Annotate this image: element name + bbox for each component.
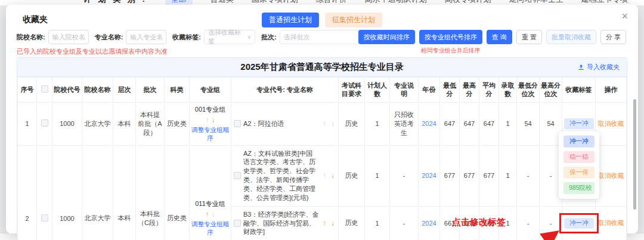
favorites-table: 序号院校代号院校名称层次批次科类专业组专业代号: 专业名称考试科目要求计划人数专…: [17, 77, 627, 240]
min-rank-cell: -: [517, 145, 540, 206]
major-name-cell: A2：阿拉伯语↑↓: [231, 102, 339, 145]
tag-option[interactable]: 985院校: [564, 182, 595, 194]
major-group-name: 011专业组: [191, 199, 229, 208]
tag-dropdown-menu: 冲一冲稳一稳保一保985院校: [559, 131, 599, 199]
major-name-text: B3：经济学类[经济学、金融学、国际经济与贸易、财政学]: [243, 210, 319, 237]
vertical-scrollbar-thumb[interactable]: [633, 99, 636, 210]
import-favorites-link[interactable]: 导入收藏夹: [578, 63, 620, 72]
plan-category-item[interactable]: 普通类: [210, 0, 234, 5]
plan-tabs: 普通招生计划 征集招生计划: [6, 13, 638, 27]
year-link[interactable]: 2024: [422, 172, 436, 179]
tag-option[interactable]: 稳一稳: [564, 151, 595, 163]
major-name-cell: AZ：文科试验班类[中国语言文学类、考古学、历史学类、哲学类、社会学类、法学、新…: [231, 145, 339, 206]
column-header: 年份: [419, 78, 440, 103]
tag-option[interactable]: 冲一冲: [564, 136, 595, 147]
reset-button[interactable]: 重 置: [516, 30, 542, 44]
move-down-icon[interactable]: ↓: [330, 119, 336, 128]
category-cell: 历史类: [165, 102, 190, 145]
min-rank-cell: 54: [517, 102, 540, 145]
level-cell: 本科: [113, 102, 136, 145]
major-note-cell: -: [390, 206, 419, 240]
major-name-label: 专业名称:: [95, 33, 123, 42]
move-up-icon[interactable]: ↑: [321, 119, 327, 128]
query-button[interactable]: 查 询: [487, 30, 512, 44]
plan-category-item[interactable]: 高校专项计划: [445, 0, 491, 5]
tag-option[interactable]: 保一保: [564, 167, 595, 179]
tag-select[interactable]: 选择收藏标签 ∨: [204, 30, 255, 44]
batch-cell: 本科批（C段）: [136, 145, 165, 240]
catalog-table-wrap: 2025年甘肃省普通高等学校招生专业目录 导入收藏夹 序号院校代号院校名称层次批…: [17, 57, 627, 240]
favorite-tag-pill[interactable]: 冲一冲: [564, 118, 594, 129]
column-header: [37, 78, 52, 103]
general-plan-button[interactable]: 普通招生计划: [262, 13, 319, 27]
admit-count-cell: 1: [499, 102, 517, 145]
header-checkbox[interactable]: [41, 85, 48, 93]
move-down-icon[interactable]: ↓: [330, 171, 336, 180]
adjust-group-order-link[interactable]: 调整专业组顺序: [191, 126, 229, 143]
import-notice: 已导入的院校专业组及专业以志愿填报表中内容为准: [17, 47, 168, 56]
column-header: 序号: [18, 78, 37, 103]
year-link[interactable]: 2024: [422, 220, 436, 227]
column-header: 院校代号: [52, 78, 82, 103]
share-button[interactable]: 分 享: [600, 30, 626, 44]
column-header: 最高分位次: [540, 78, 562, 103]
move-up-icon[interactable]: ↑: [321, 219, 327, 227]
column-header: 最低分: [440, 78, 460, 103]
major-checkbox[interactable]: [234, 172, 241, 179]
adjust-group-order-link[interactable]: 调整专业组顺序: [191, 220, 229, 237]
plan-category-item[interactable]: 综合评价: [316, 0, 347, 5]
min-score-cell: 677: [440, 145, 460, 206]
sequence-cell: 1: [18, 102, 37, 145]
move-down-icon[interactable]: ↓: [210, 116, 216, 124]
major-note-cell: 只招收英语考生: [390, 102, 419, 145]
major-group-name: 001专业组: [191, 105, 229, 114]
avg-score-cell: 677: [479, 145, 499, 206]
school-name-input[interactable]: [48, 30, 89, 44]
tag-select-placeholder: 选择收藏标签: [208, 28, 244, 46]
plan-category-item[interactable]: 国家专项计划: [252, 0, 298, 5]
admit-count-cell: 1: [499, 145, 517, 206]
column-header: 最低分位次: [517, 78, 540, 103]
batch-cancel-favorite-button[interactable]: 批量取消收藏: [546, 30, 596, 44]
plan-category-item[interactable]: 建档立卡专项: [581, 0, 628, 5]
major-group-arrows: ↑↓: [191, 116, 229, 124]
max-score-cell: 677: [460, 145, 479, 206]
cancel-favorite-link[interactable]: 取消收藏: [598, 219, 624, 226]
major-name-input[interactable]: [126, 30, 166, 44]
plan-category-item[interactable]: 定向培养军士生: [509, 0, 564, 5]
row-checkbox[interactable]: [41, 214, 48, 221]
move-down-icon[interactable]: ↓: [330, 219, 336, 227]
sort-merge-note: 相同专业组合并后排序: [421, 47, 481, 55]
college-name-cell: 北京大学: [82, 102, 113, 145]
major-checkbox[interactable]: [234, 120, 241, 127]
supplementary-plan-button[interactable]: 征集招生计划: [325, 13, 382, 27]
major-group-cell: 001专业组↑↓调整专业组顺序: [190, 102, 231, 145]
exam-subject-cell: 历史: [339, 206, 365, 240]
move-up-icon[interactable]: ↑: [321, 171, 327, 180]
year-link[interactable]: 2024: [422, 120, 436, 127]
annotation-text: 点击修改标签: [452, 217, 506, 228]
column-header: 收藏标签: [562, 78, 596, 103]
column-header: 考试科目要求: [339, 78, 365, 103]
column-header: 专业代号: 专业名称: [231, 78, 339, 103]
college-code-cell: 1000: [52, 102, 82, 145]
move-up-icon[interactable]: ↑: [205, 210, 210, 219]
row-checkbox[interactable]: [41, 119, 48, 127]
move-down-icon[interactable]: ↓: [210, 210, 216, 219]
major-checkbox[interactable]: [234, 220, 241, 227]
close-icon[interactable]: ×: [621, 11, 628, 21]
cancel-favorite-link[interactable]: 取消收藏: [598, 172, 624, 179]
actions-row: 按收藏时间排序 按专业组代号排序 查 询 重 置 批量取消收藏 分 享: [358, 30, 626, 44]
column-header: 操作: [596, 78, 627, 103]
sort-by-favorite-time-button[interactable]: 按收藏时间排序: [358, 30, 415, 44]
max-score-cell: 647: [460, 102, 479, 145]
filter-row: 院校名称: 专业名称: 收藏标签: 选择收藏标签 ∨ 批次: 选择批次 ∨: [17, 30, 416, 44]
row-checkbox-cell: [37, 102, 52, 145]
sort-by-group-code-button[interactable]: 按专业组代号排序: [419, 30, 482, 44]
move-up-icon[interactable]: ↑: [205, 116, 210, 124]
cancel-favorite-link[interactable]: 取消收藏: [598, 120, 624, 127]
column-header: 层次: [113, 78, 136, 103]
favorites-modal: 收藏夹 普通招生计划 征集招生计划 × 院校名称: 专业名称: 收藏标签: 选择…: [6, 5, 638, 233]
batch-cell: 本科提前批（A段）: [136, 102, 165, 145]
plan-category-item[interactable]: 高水平运动队计划: [365, 0, 427, 5]
